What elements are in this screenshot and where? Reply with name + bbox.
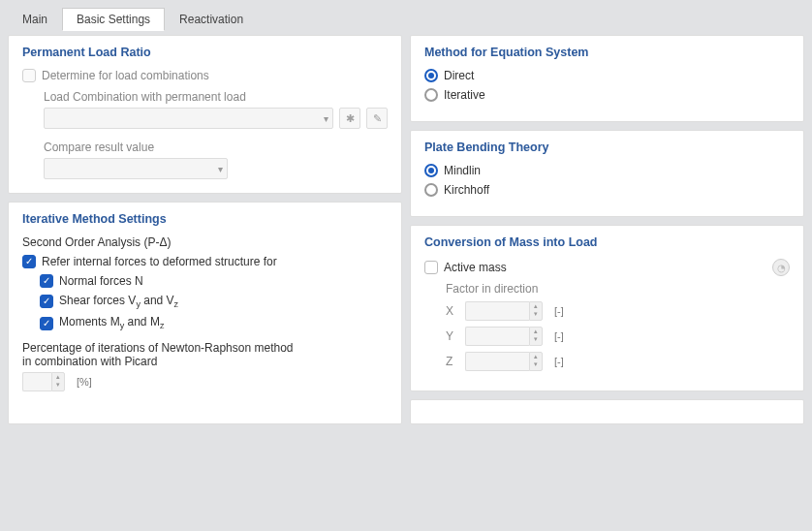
radio-mindlin[interactable] [424,164,438,177]
panel-title-plate-bending-theory: Plate Bending Theory [424,141,790,154]
chevron-down-icon: ▾ [218,164,223,174]
label-factor-in-direction: Factor in direction [446,282,790,296]
input-factor-x: ▴▾ [465,301,543,321]
input-factor-z: ▴▾ [465,352,543,371]
panel-title-iterative-method-settings: Iterative Method Settings [22,212,388,226]
label-moments: Moments My and Mz [59,315,164,330]
panel-plate-bending-theory: Plate Bending Theory Mindlin Kirchhoff [410,130,804,217]
combo-load-combination: ▾ [44,108,333,129]
label-second-order-analysis: Second Order Analysis (P-Δ) [22,235,388,249]
radio-direct[interactable] [424,69,438,82]
label-compare-result-value: Compare result value [44,141,388,154]
input-newton-raphson-percentage: ▴▾ [22,372,65,391]
unit-factor-z: [-] [554,356,564,367]
label-iterative: Iterative [444,88,485,102]
checkbox-determine-load-combinations[interactable] [22,69,36,82]
tab-main[interactable]: Main [8,8,62,31]
unit-factor-x: [-] [554,305,564,317]
label-factor-x: X [446,304,459,318]
input-factor-y: ▴▾ [465,327,543,346]
panel-title-conversion-of-mass: Conversion of Mass into Load [424,235,790,249]
checkbox-active-mass[interactable] [424,261,438,274]
label-direct: Direct [444,69,474,82]
checkbox-refer-internal-forces[interactable] [22,255,36,268]
label-mindlin: Mindlin [444,164,481,177]
label-newton-raphson-pct-1: Percentage of iterations of Newton-Raphs… [22,341,388,355]
radio-iterative[interactable] [424,88,438,102]
label-newton-raphson-pct-2: in combination with Picard [22,355,388,368]
label-factor-y: Y [446,329,459,343]
label-refer-internal-forces: Refer internal forces to deformed struct… [42,255,277,268]
label-normal-forces: Normal forces N [59,274,143,288]
button-new-load-combination: ✱ [339,108,360,129]
button-edit-load-combination: ✎ [366,108,388,129]
chart-icon: ◔ [772,259,790,276]
unit-percent: [%] [77,376,92,388]
label-active-mass: Active mass [444,261,507,274]
chevron-down-icon: ▾ [324,113,328,124]
panel-iterative-method-settings: Iterative Method Settings Second Order A… [8,202,402,424]
combo-compare-result-value: ▾ [44,158,228,179]
panel-permanent-load-ratio: Permanent Load Ratio Determine for load … [8,35,402,194]
checkbox-moments[interactable] [40,317,53,330]
panel-conversion-of-mass: Conversion of Mass into Load Active mass… [410,225,804,391]
panel-title-permanent-load-ratio: Permanent Load Ratio [22,46,388,59]
panel-empty [410,399,804,424]
checkbox-normal-forces[interactable] [40,274,53,288]
tab-basic-settings[interactable]: Basic Settings [62,8,165,31]
panel-equation-system: Method for Equation System Direct Iterat… [410,35,804,122]
label-kirchhoff: Kirchhoff [444,183,489,197]
radio-kirchhoff[interactable] [424,183,438,197]
label-determine-load-combinations: Determine for load combinations [42,69,209,82]
tab-reactivation[interactable]: Reactivation [165,8,258,31]
checkbox-shear-forces[interactable] [40,295,53,308]
label-factor-z: Z [446,355,459,368]
unit-factor-y: [-] [554,330,564,342]
tab-bar: Main Basic Settings Reactivation [8,8,804,31]
panel-title-equation-system: Method for Equation System [424,46,790,59]
label-load-combination-permanent: Load Combination with permanent load [44,90,388,104]
label-shear-forces: Shear forces Vy and Vz [59,294,178,309]
